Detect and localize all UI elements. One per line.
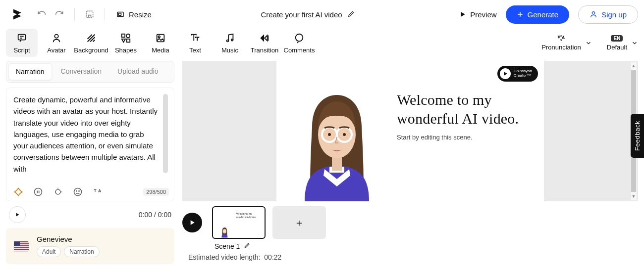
char-count: 298/500: [143, 188, 169, 196]
redo-button[interactable]: [51, 5, 68, 23]
generate-label: Generate: [528, 10, 559, 19]
tool-tab-media[interactable]: Media: [145, 29, 176, 57]
tool-row: Script Avatar Background Shapes Media Te…: [0, 29, 644, 61]
scene-thumbnail-1[interactable]: Welcome to mywonderful AI video. →: [212, 206, 266, 239]
tool-tabs: Script Avatar Background Shapes Media Te…: [6, 29, 315, 57]
language-label: Default: [607, 44, 627, 51]
avatar-figure[interactable]: [276, 61, 397, 201]
tool-label: Comments: [284, 46, 315, 54]
left-panel: Narration Conversation Upload audio Crea…: [6, 61, 174, 274]
svg-point-7: [126, 34, 130, 38]
preview-button[interactable]: Preview: [459, 10, 496, 19]
length-value: 00:22: [264, 253, 281, 261]
brand-text: Creator™: [514, 74, 532, 78]
script-tab-narration[interactable]: Narration: [8, 63, 52, 80]
stage-text-area[interactable]: Welcome to my wonderful AI video. Start …: [397, 61, 544, 201]
ai-icon[interactable]: [13, 187, 23, 197]
topbar: Resize Create your first AI video Previe…: [0, 0, 644, 29]
main-area: Narration Conversation Upload audio Crea…: [0, 61, 644, 274]
svg-rect-2: [118, 13, 121, 16]
scene-label[interactable]: Scene 1: [215, 242, 240, 250]
brand-logo-icon: [500, 68, 511, 79]
tool-tab-text[interactable]: Text: [179, 29, 211, 57]
script-textarea[interactable]: Create dynamic, powerful and informative…: [13, 94, 169, 184]
svg-rect-8: [127, 39, 130, 42]
voice-card[interactable]: Genevieve Adult Narration: [6, 228, 174, 264]
tool-tab-script[interactable]: Script: [6, 29, 38, 57]
tool-tab-avatar[interactable]: Avatar: [41, 29, 72, 57]
scroll-down-icon[interactable]: ▼: [632, 193, 636, 200]
script-tab-conversation[interactable]: Conversation: [54, 63, 109, 80]
svg-point-18: [79, 191, 79, 191]
tool-right-controls: Pronunciation EN Default: [541, 35, 638, 51]
stage-margin-right: ▲ ▼: [544, 61, 638, 201]
video-canvas[interactable]: Colossyan Creator™: [276, 61, 544, 201]
edit-title-icon[interactable]: [347, 10, 355, 19]
undo-button[interactable]: [33, 5, 51, 23]
language-dropdown[interactable]: EN Default: [607, 35, 638, 51]
svg-rect-9: [157, 35, 164, 42]
svg-point-24: [328, 133, 331, 136]
video-length-row: Estimated video length: 00:22: [182, 250, 638, 261]
feedback-tab[interactable]: Feedback: [631, 114, 644, 158]
emoji-icon[interactable]: [73, 187, 83, 197]
tool-tab-background[interactable]: Background: [75, 29, 107, 57]
add-scene-button[interactable]: ＋: [272, 206, 326, 239]
script-tab-upload[interactable]: Upload audio: [110, 63, 165, 80]
svg-rect-0: [86, 11, 93, 17]
audio-preview-row: 0:00 / 0:00: [6, 201, 174, 228]
svg-point-14: [35, 188, 42, 196]
canvas-area: Colossyan Creator™: [182, 61, 638, 274]
pronunciation-dropdown[interactable]: Pronunciation: [541, 35, 592, 51]
script-editor: Create dynamic, powerful and informative…: [6, 88, 174, 201]
tool-label: Media: [152, 46, 169, 54]
script-toolbar: 298/500: [13, 184, 169, 197]
chevron-down-icon: [631, 40, 638, 46]
save-draft-button[interactable]: [81, 5, 99, 23]
flag-us-icon: [14, 241, 29, 251]
app-logo[interactable]: [10, 7, 24, 21]
signup-label: Sign up: [601, 10, 627, 19]
edit-scene-name-icon[interactable]: [244, 242, 251, 250]
script-scrollbar[interactable]: [163, 94, 168, 173]
tool-label: Background: [74, 46, 108, 54]
scroll-up-icon[interactable]: ▲: [632, 62, 636, 69]
svg-point-15: [55, 189, 60, 194]
svg-rect-4: [18, 35, 26, 40]
audio-play-button[interactable]: [9, 206, 26, 223]
generate-button[interactable]: Generate: [506, 5, 570, 24]
voice-tag: Narration: [64, 246, 99, 257]
pause-marker-icon[interactable]: [33, 187, 43, 197]
topbar-right: Preview Generate Sign up: [459, 5, 638, 24]
voice-name: Genevieve: [37, 235, 100, 243]
svg-point-17: [76, 191, 77, 191]
svg-point-3: [592, 12, 594, 14]
svg-point-13: [296, 34, 303, 42]
pronunciation-mini-icon[interactable]: [93, 187, 103, 197]
stage-subtitle: Start by editing this scene.: [397, 134, 534, 141]
length-prefix: Estimated video length:: [188, 253, 261, 261]
resize-button[interactable]: Resize: [111, 7, 157, 22]
chevron-down-icon: [585, 40, 592, 46]
language-icon: EN: [612, 35, 622, 42]
separator: [74, 8, 75, 21]
resize-label: Resize: [129, 10, 152, 19]
signup-button[interactable]: Sign up: [578, 5, 638, 24]
timeline-play-button[interactable]: [182, 213, 202, 232]
voice-tag: Adult: [37, 246, 61, 257]
tool-tab-comments[interactable]: Comments: [283, 29, 315, 57]
svg-point-11: [227, 40, 229, 42]
tool-tab-music[interactable]: Music: [214, 29, 246, 57]
separator: [105, 8, 105, 21]
pronunciation-label: Pronunciation: [541, 44, 581, 51]
audio-time: 0:00 / 0:00: [139, 211, 171, 219]
stage-title: Welcome to my wonderful AI video.: [397, 91, 534, 128]
brand-watermark: Colossyan Creator™: [497, 66, 538, 82]
tool-tab-transition[interactable]: Transition: [249, 29, 280, 57]
tool-tab-shapes[interactable]: Shapes: [110, 29, 142, 57]
stage-wrap: Colossyan Creator™: [182, 61, 638, 201]
timeline: Welcome to mywonderful AI video. → ＋: [182, 201, 638, 239]
gesture-icon[interactable]: [53, 187, 63, 197]
project-title[interactable]: Create your first AI video: [261, 10, 342, 19]
pronunciation-icon: [556, 35, 566, 42]
